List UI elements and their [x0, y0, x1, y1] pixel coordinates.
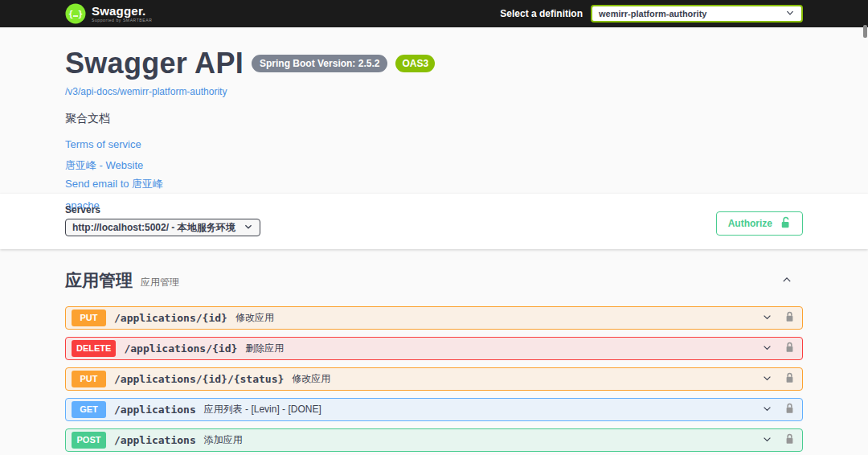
contact-website-link[interactable]: 唐亚峰 - Website [65, 158, 803, 173]
operation-controls [761, 342, 794, 356]
chevron-down-icon [785, 6, 795, 21]
page-title: Swagger API [65, 47, 244, 80]
spec-url-link[interactable]: /v3/api-docs/wemirr-platform-authority [65, 86, 227, 97]
version-badge: Spring Boot Version: 2.5.2 [252, 55, 387, 72]
operation-controls [761, 372, 794, 387]
swagger-logo-icon: {…} [65, 3, 86, 24]
operation-path: /applications [114, 404, 196, 416]
tag-header[interactable]: 应用管理 应用管理 [65, 268, 803, 298]
chevron-down-icon[interactable] [761, 403, 773, 417]
operation-list: PUT/applications/{id}修改应用DELETE/applicat… [65, 306, 803, 452]
chevron-down-icon[interactable] [761, 372, 773, 387]
operation-summary: 删除应用 [245, 342, 284, 355]
server-select[interactable]: http://localhost:5002/ - 本地服务环境 [65, 219, 260, 236]
operation-controls [761, 433, 794, 448]
topbar: {…} Swagger. Supported by SMARTBEAR Sele… [0, 0, 868, 27]
lock-icon[interactable] [785, 403, 794, 417]
method-badge: PUT [72, 371, 106, 387]
method-badge: DELETE [72, 340, 116, 357]
swagger-logo-link[interactable]: {…} Swagger. Supported by SMARTBEAR [65, 3, 152, 24]
lock-icon[interactable] [785, 342, 794, 356]
method-badge: GET [72, 401, 106, 418]
tag-subtitle: 应用管理 [141, 276, 179, 289]
api-description: 聚合文档 [65, 112, 803, 126]
authorize-button[interactable]: Authorize [716, 211, 803, 236]
definition-select-value: wemirr-platform-authority [599, 9, 706, 18]
chevron-down-icon[interactable] [761, 311, 773, 326]
operation-row[interactable]: PUT/applications/{id}修改应用 [65, 306, 803, 330]
operation-path: /applications [114, 434, 196, 446]
chevron-down-icon[interactable] [761, 433, 773, 448]
operation-summary: 应用列表 - [Levin] - [DONE] [204, 403, 321, 416]
unlock-icon [780, 216, 791, 231]
scheme-container: Servers http://localhost:5002/ - 本地服务环境 … [0, 194, 868, 249]
operations-section: 应用管理 应用管理 PUT/applications/{id}修改应用DELET… [0, 249, 868, 452]
lock-icon[interactable] [785, 311, 794, 326]
chevron-down-icon [244, 220, 253, 235]
method-badge: POST [72, 432, 106, 449]
terms-of-service-link[interactable]: Terms of service [65, 138, 803, 150]
operation-row[interactable]: PUT/applications/{id}/{status}修改应用 [65, 367, 803, 391]
lock-icon[interactable] [785, 433, 794, 448]
operation-path: /applications/{id}/{status} [114, 373, 284, 385]
chevron-down-icon[interactable] [761, 342, 773, 356]
operation-controls [761, 311, 794, 326]
definition-select[interactable]: wemirr-platform-authority [591, 5, 803, 23]
operation-path: /applications/{id} [124, 342, 237, 355]
logo-title: Swagger. [92, 5, 152, 17]
contact-email-link[interactable]: Send email to 唐亚峰 [65, 177, 803, 191]
lock-icon[interactable] [785, 372, 794, 387]
tag-title: 应用管理 [65, 269, 133, 292]
operation-summary: 修改应用 [235, 311, 274, 325]
scrollbar-thumb[interactable] [863, 25, 867, 38]
select-definition-label: Select a definition [500, 8, 583, 19]
logo-subtitle: Supported by SMARTBEAR [92, 18, 152, 23]
authorize-button-label: Authorize [728, 218, 772, 229]
server-select-value: http://localhost:5002/ - 本地服务环境 [72, 221, 235, 235]
operation-summary: 添加应用 [204, 433, 243, 447]
operation-path: /applications/{id} [114, 312, 227, 324]
operation-row[interactable]: DELETE/applications/{id}删除应用 [65, 337, 803, 360]
svg-text:{…}: {…} [68, 10, 83, 18]
operation-controls [761, 403, 794, 417]
operation-row[interactable]: GET/applications应用列表 - [Levin] - [DONE] [65, 398, 803, 421]
method-badge: PUT [72, 309, 106, 326]
oas3-badge: OAS3 [395, 55, 435, 72]
operation-row[interactable]: POST/applications添加应用 [65, 428, 803, 452]
api-info-section: Swagger API Spring Boot Version: 2.5.2 O… [0, 27, 868, 194]
servers-label: Servers [65, 204, 260, 215]
chevron-up-icon[interactable] [780, 274, 793, 288]
operation-summary: 修改应用 [292, 372, 330, 386]
